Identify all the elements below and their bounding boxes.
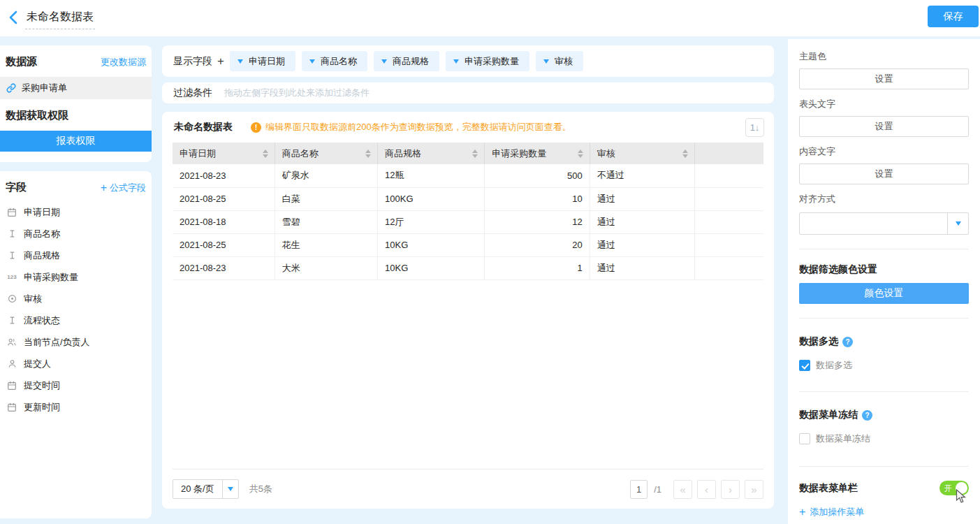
display-field-chips: 申请日期商品名称商品规格申请采购数量审核 (230, 51, 583, 71)
first-page-icon[interactable]: « (673, 480, 692, 499)
table-row[interactable]: 2021-08-18雪碧12厅12通过 (173, 210, 763, 233)
field-item[interactable]: 商品规格 (0, 245, 152, 266)
field-item[interactable]: 提交人 (0, 353, 152, 374)
table-cell (695, 187, 763, 210)
toggle-on-switch[interactable]: 开 (939, 481, 969, 495)
table-cell: 大米 (275, 256, 377, 279)
field-item-label: 当前节点/负责人 (24, 336, 90, 349)
add-display-field-button[interactable]: + (217, 54, 224, 68)
table-cell: 花生 (275, 233, 377, 256)
help-icon[interactable]: ? (862, 410, 872, 421)
table-row[interactable]: 2021-08-25白菜100KG10通过 (173, 187, 763, 210)
checkbox-unchecked-icon[interactable] (799, 433, 810, 444)
freeze-checkbox-label: 数据菜单冻结 (816, 432, 870, 445)
chevron-down-icon[interactable] (309, 59, 315, 64)
fields-panel: 字段 +公式字段 申请日期商品名称商品规格123申请采购数量审核流程状态当前节点… (0, 171, 152, 518)
text-icon (6, 251, 17, 260)
sort-carets-icon[interactable] (578, 150, 583, 158)
prev-page-icon[interactable]: ‹ (697, 480, 716, 499)
table-title: 未命名数据表 (174, 121, 233, 133)
align-label: 对齐方式 (799, 193, 969, 205)
field-item[interactable]: 商品名称 (0, 223, 152, 245)
preview-table: 申请日期商品名称商品规格申请采购数量审核 2021-08-23矿泉水12瓶500… (173, 143, 763, 280)
color-set-button[interactable]: 颜色设置 (799, 283, 969, 304)
last-page-icon[interactable]: » (745, 480, 763, 499)
save-button[interactable]: 保存 (928, 6, 979, 27)
page-title[interactable]: 未命名数据表 (25, 10, 95, 29)
add-action-menu-link[interactable]: + 添加操作菜单 (799, 506, 969, 518)
back-icon[interactable] (7, 10, 22, 27)
sort-carets-icon[interactable] (472, 150, 478, 158)
field-item[interactable]: 当前节点/负责人 (0, 331, 152, 353)
calendar-icon (6, 208, 17, 217)
report-permission-button[interactable]: 报表权限 (0, 131, 152, 152)
filter-bar[interactable]: 过滤条件 拖动左侧字段到此处来添加过滤条件 (162, 82, 774, 103)
table-cell: 20 (485, 233, 590, 256)
table-row[interactable]: 2021-08-23大米10KG1通过 (173, 256, 763, 279)
content-text-set-button[interactable]: 设置 (799, 163, 969, 184)
chevron-down-icon[interactable] (381, 59, 387, 64)
table-cell (695, 256, 763, 279)
next-page-icon[interactable]: › (721, 480, 740, 499)
align-select-value (800, 213, 947, 234)
field-item-label: 商品规格 (24, 249, 60, 262)
column-header[interactable]: 商品名称 (275, 143, 377, 164)
theme-color-set-button[interactable]: 设置 (799, 68, 969, 89)
header-text-set-button[interactable]: 设置 (799, 116, 969, 137)
column-header[interactable]: 商品规格 (378, 143, 485, 164)
change-datasource-link[interactable]: 更改数据源 (101, 56, 146, 68)
table-menubar-title: 数据表菜单栏 (799, 482, 858, 495)
table-cell: 通过 (590, 187, 695, 210)
table-cell: 矿泉水 (275, 164, 377, 187)
chevron-down-icon[interactable] (237, 59, 243, 64)
preview-table-card: 未命名数据表 ! 编辑界面只取数据源前200条作为查询数据预览，完整数据请访问页… (162, 112, 774, 509)
text-icon (6, 229, 17, 238)
chevron-down-icon[interactable] (947, 213, 968, 234)
field-item[interactable]: 提交时间 (0, 374, 152, 396)
freeze-title: 数据菜单冻结 ? (799, 409, 969, 421)
field-list: 申请日期商品名称商品规格123申请采购数量审核流程状态当前节点/负责人提交人提交… (0, 201, 152, 418)
field-item[interactable]: 申请日期 (0, 201, 152, 223)
filter-color-title: 数据筛选颜色设置 (799, 263, 969, 276)
field-item[interactable]: 123申请采购数量 (0, 266, 152, 288)
chevron-down-icon[interactable] (453, 59, 459, 64)
table-cell: 500 (485, 164, 590, 187)
sort-carets-icon[interactable] (263, 150, 268, 158)
field-item[interactable]: 更新时间 (0, 396, 152, 418)
help-icon[interactable]: ? (842, 337, 853, 347)
toggle-knob (956, 482, 967, 494)
table-cell: 1 (485, 256, 590, 279)
sort-carets-icon[interactable] (682, 150, 688, 158)
sort-order-button[interactable]: 1↓ (745, 118, 764, 137)
field-item[interactable]: 审核 (0, 288, 152, 310)
chevron-down-icon[interactable] (543, 59, 549, 64)
table-row[interactable]: 2021-08-23矿泉水12瓶500不通过 (173, 164, 763, 187)
display-field-chip[interactable]: 商品名称 (302, 51, 367, 71)
sort-carets-icon[interactable] (365, 150, 371, 158)
content-text-label: 内容文字 (799, 145, 969, 158)
column-header[interactable]: 申请日期 (173, 143, 275, 164)
number-icon: 123 (6, 274, 17, 280)
display-field-chip[interactable]: 申请日期 (230, 51, 295, 71)
column-header[interactable]: 审核 (590, 143, 695, 164)
chip-label: 商品规格 (393, 55, 429, 68)
multiselect-checkbox-row[interactable]: 数据多选 (799, 359, 969, 372)
display-field-chip[interactable]: 审核 (536, 51, 583, 71)
page-size-select[interactable]: 20 条/页 (173, 479, 239, 499)
column-header[interactable]: 申请采购数量 (485, 143, 590, 164)
field-item-label: 提交时间 (24, 379, 60, 392)
table-cell: 10KG (378, 233, 485, 256)
align-select[interactable] (799, 212, 969, 235)
chevron-down-icon[interactable] (222, 480, 238, 498)
checkbox-checked-icon[interactable] (799, 360, 810, 371)
table-row[interactable]: 2021-08-25花生10KG20通过 (173, 233, 763, 256)
display-field-chip[interactable]: 商品规格 (374, 51, 439, 71)
freeze-checkbox-row[interactable]: 数据菜单冻结 (799, 432, 969, 445)
page-number-input[interactable] (630, 480, 648, 499)
field-item[interactable]: 流程状态 (0, 310, 152, 331)
formula-field-link[interactable]: +公式字段 (101, 182, 146, 194)
table-cell: 不通过 (590, 164, 695, 187)
display-field-chip[interactable]: 申请采购数量 (446, 51, 529, 71)
datasource-item[interactable]: 采购申请单 (0, 77, 152, 99)
preview-notice-text: 编辑界面只取数据源前200条作为查询数据预览，完整数据请访问页面查看。 (265, 121, 571, 133)
